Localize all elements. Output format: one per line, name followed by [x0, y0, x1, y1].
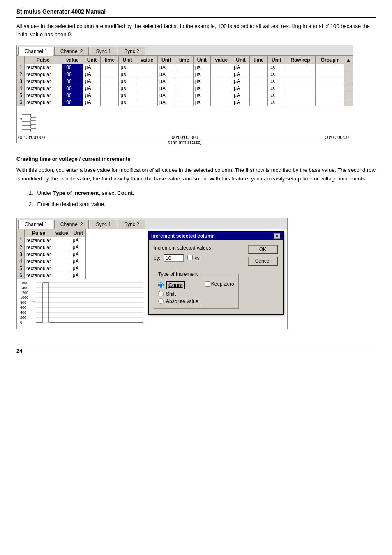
cell-u3: µA: [158, 99, 175, 106]
cell-val2: [136, 64, 157, 71]
svg-text:1400: 1400: [20, 286, 28, 290]
cell-val[interactable]: [53, 237, 71, 244]
cell-u2: µs: [119, 92, 136, 99]
row-num: 3: [17, 78, 25, 85]
cell-pulse: rectangular: [25, 78, 62, 85]
cell-groupr: [316, 99, 344, 106]
row-num: 6: [17, 272, 25, 279]
cell-u5: µA: [232, 85, 249, 92]
dialog-titlebar: Increment selected column ×: [149, 232, 283, 240]
step-2-num: 2.: [29, 201, 33, 207]
cell-u5: µA: [232, 64, 249, 71]
cell-scroll-right: [344, 85, 353, 92]
radio-count-row: Count: [158, 281, 198, 289]
svg-text:400: 400: [20, 310, 26, 314]
radio-shift[interactable]: [158, 291, 164, 296]
tab-sync2[interactable]: Sync 2: [118, 47, 145, 56]
col-time2: time: [175, 56, 193, 64]
dialog-by-input[interactable]: [164, 254, 184, 262]
timeline-labels: 00:00:00:000 00:00:00:000 t (hh:mm:ss:zz…: [18, 135, 351, 145]
cell-val1[interactable]: 100: [62, 92, 83, 99]
tab2-sync1[interactable]: Sync 1: [90, 220, 117, 229]
col-scroll[interactable]: ▲: [344, 56, 353, 64]
cell-groupr: [316, 71, 344, 78]
keep-zero-checkbox[interactable]: [205, 281, 210, 287]
second-data-table: Pulse value Unit 1 rectangular µA 2 rect…: [17, 229, 86, 279]
cell-u2: µs: [119, 78, 136, 85]
cell-time2: [175, 78, 193, 85]
cell-pulse: rectangular: [25, 71, 62, 78]
col-unit5: Unit: [232, 56, 249, 64]
table-row: 2 rectangular µA: [17, 244, 86, 251]
tab-sync1[interactable]: Sync 1: [90, 47, 117, 56]
timeline-area: ≡ 00:00:00:000 00:00:00:000 t (hh:mm:ss:…: [17, 106, 353, 143]
table-row: 4 rectangular 100 µA µs µA µs µA µs: [17, 85, 353, 92]
cell-u4: µs: [193, 78, 210, 85]
col2-unit: Unit: [71, 229, 85, 237]
cell-pulse: rectangular: [25, 64, 62, 71]
cell-u2: µs: [119, 85, 136, 92]
row-num: 3: [17, 251, 25, 258]
cell-val3: [211, 71, 232, 78]
cell-val2: [136, 71, 157, 78]
radio-count[interactable]: [158, 282, 164, 288]
row-num: 5: [17, 265, 25, 272]
cell-time3: [249, 85, 267, 92]
first-widget-tabs: Channel 1 Channel 2 Sync 1 Sync 2: [17, 45, 353, 56]
table-row: 6 rectangular 100 µA µs µA µs µA µs: [17, 99, 353, 106]
cell-val[interactable]: [53, 258, 71, 265]
cell-u4: µs: [193, 99, 210, 106]
dialog-percent-checkbox[interactable]: [187, 255, 193, 260]
dialog-by-row: by: %: [154, 254, 239, 262]
dialog-cancel-button[interactable]: Cancel: [248, 257, 278, 266]
cell-val1[interactable]: 100: [62, 78, 83, 85]
cell-val3: [211, 92, 232, 99]
cell-pulse: rectangular: [25, 237, 53, 244]
tab-channel2[interactable]: Channel 2: [54, 47, 89, 56]
tab2-channel2[interactable]: Channel 2: [54, 220, 89, 229]
timeline-mid: 00:00:00:000 t (hh:mm:ss:zzz): [168, 135, 202, 145]
step-2-text: Enter the desired start value.: [37, 201, 105, 207]
tab-channel1[interactable]: Channel 1: [18, 47, 53, 56]
radio-absolute[interactable]: [158, 298, 164, 304]
tab2-sync2[interactable]: Sync 2: [118, 220, 145, 229]
cell-pulse: rectangular: [25, 92, 62, 99]
page-header: Stimulus Generator 4002 Manual: [16, 8, 376, 18]
col2-pulse: Pulse: [25, 229, 53, 237]
cell-val1[interactable]: 100: [62, 85, 83, 92]
tab2-channel1[interactable]: Channel 1: [18, 220, 53, 229]
cell-time3: [249, 64, 267, 71]
col-val1: value: [62, 56, 83, 64]
cell-rowrep: [285, 99, 316, 106]
cell-val3: [211, 64, 232, 71]
cell-val2: [136, 78, 157, 85]
cell-pulse: rectangular: [25, 265, 53, 272]
first-data-table: Pulse value Unit time Unit value Unit ti…: [17, 56, 353, 106]
keep-zero-label: Keep Zero: [211, 281, 234, 287]
cell-pulse: rectangular: [25, 251, 53, 258]
cell-val[interactable]: [53, 244, 71, 251]
first-widget: Channel 1 Channel 2 Sync 1 Sync 2 Pulse …: [16, 45, 353, 143]
cell-val[interactable]: [53, 251, 71, 258]
cell-unit1: µA: [83, 85, 100, 92]
dialog-close-button[interactable]: ×: [274, 233, 280, 239]
cell-unit: µA: [71, 258, 85, 265]
step-1-text-end: .: [133, 190, 134, 196]
cell-val1[interactable]: 100: [62, 71, 83, 78]
step-1-text-before: Under: [37, 190, 53, 196]
cell-val1[interactable]: 100: [62, 99, 83, 106]
cell-val[interactable]: [53, 272, 71, 279]
table-row: 3 rectangular 100 µA µs µA µs µA µs: [17, 78, 353, 85]
cell-unit: µA: [71, 244, 85, 251]
cell-scroll-right: [344, 64, 353, 71]
section-heading: Creating time or voltage / current incre…: [16, 156, 376, 162]
table-row: 5 rectangular µA: [17, 265, 86, 272]
svg-text:1200: 1200: [20, 291, 28, 295]
cell-u5: µA: [232, 71, 249, 78]
svg-text:1600: 1600: [20, 281, 28, 285]
page-footer: 24: [16, 346, 376, 354]
cell-u5: µA: [232, 92, 249, 99]
cell-val1[interactable]: 100: [62, 64, 83, 71]
cell-val[interactable]: [53, 265, 71, 272]
dialog-ok-button[interactable]: OK: [248, 245, 278, 254]
